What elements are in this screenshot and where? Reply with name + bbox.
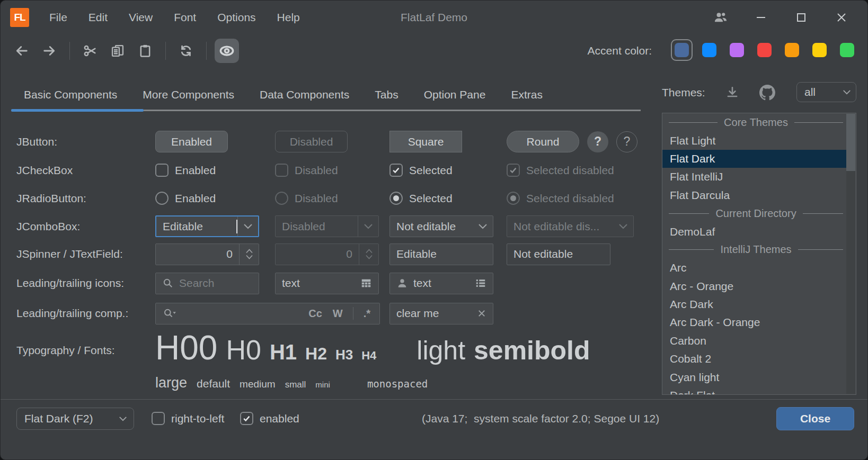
users-icon[interactable] <box>708 5 733 30</box>
combobox-editable[interactable]: Editable <box>155 215 259 237</box>
refresh-icon[interactable] <box>174 39 198 63</box>
text-field-with-table-icon[interactable]: text <box>275 273 379 294</box>
radio-circle-selected[interactable] <box>389 192 403 205</box>
textfield-editable[interactable]: Editable <box>389 243 493 265</box>
textfield-value[interactable]: text <box>282 277 355 290</box>
themes-filter-combo[interactable]: all <box>796 82 856 102</box>
menu-font[interactable]: Font <box>163 1 207 34</box>
theme-item-flat-intellij[interactable]: Flat IntelliJ <box>662 168 846 186</box>
jradiobutton-label: JRadioButton: <box>16 192 155 205</box>
accent-swatch-1[interactable] <box>675 43 689 57</box>
theme-item-demolaf[interactable]: DemoLaf <box>662 222 846 240</box>
theme-item-cyan-light[interactable]: Cyan light <box>662 368 846 386</box>
menu-edit[interactable]: Edit <box>78 1 118 34</box>
square-button[interactable]: Square <box>389 131 462 152</box>
tab-more-components[interactable]: More Components <box>130 80 247 110</box>
maximize-button[interactable] <box>789 5 813 30</box>
help-button-outlined[interactable]: ? <box>616 131 637 152</box>
themes-scrollbar-thumb[interactable] <box>846 114 855 171</box>
spinner-arrows[interactable] <box>240 249 259 259</box>
menu-file[interactable]: File <box>39 1 78 34</box>
combobox-not-editable[interactable]: Not editable <box>389 215 493 237</box>
tab-data-components[interactable]: Data Components <box>247 80 362 110</box>
tab-basic-components[interactable]: Basic Components <box>11 80 130 110</box>
eye-toggle-button[interactable] <box>215 39 239 63</box>
theme-item-flat-darcula[interactable]: Flat Darcula <box>662 186 846 204</box>
github-icon[interactable] <box>759 85 775 101</box>
table-icon[interactable] <box>360 277 372 289</box>
chevron-down-icon[interactable] <box>473 223 493 229</box>
download-icon[interactable] <box>725 86 739 100</box>
accent-swatch-3[interactable] <box>730 43 744 57</box>
forward-arrow-icon[interactable] <box>37 39 61 63</box>
theme-item-arc-dark-orange[interactable]: Arc Dark - Orange <box>662 313 846 331</box>
chevron-down-icon[interactable] <box>238 223 258 229</box>
menu-options[interactable]: Options <box>207 1 266 34</box>
checkbox-box[interactable] <box>155 164 169 177</box>
spinner-enabled[interactable]: 0 <box>155 243 259 265</box>
theme-item-carbon[interactable]: Carbon <box>662 332 846 350</box>
checkbox-box[interactable] <box>152 412 165 425</box>
theme-item-arc-dark[interactable]: Arc Dark <box>662 295 846 313</box>
help-button-filled[interactable]: ? <box>587 131 608 152</box>
text-field-with-person-icon[interactable]: text <box>389 273 493 294</box>
close-button[interactable]: Close <box>776 407 854 430</box>
textfield-not-editable: Not editable <box>507 243 610 265</box>
accent-swatch-2[interactable] <box>702 43 716 57</box>
search-field[interactable]: Search <box>155 273 259 294</box>
accent-swatch-4[interactable] <box>757 43 772 57</box>
accent-swatch-7[interactable] <box>840 43 854 57</box>
checkbox-box-checked[interactable] <box>389 164 403 177</box>
match-case-button[interactable]: Cc <box>306 308 325 320</box>
radio-circle[interactable] <box>155 192 169 205</box>
back-arrow-icon[interactable] <box>10 39 34 63</box>
whole-word-button[interactable]: W <box>330 308 346 320</box>
themes-filter-value: all <box>797 86 838 98</box>
search-placeholder[interactable]: Search <box>179 277 252 290</box>
accent-swatch-6[interactable] <box>812 43 827 57</box>
radio-enabled[interactable]: Enabled <box>155 192 216 205</box>
textfield-value[interactable]: Editable <box>396 248 486 260</box>
regex-button[interactable]: .* <box>361 308 373 320</box>
tabs: Basic ComponentsMore ComponentsData Comp… <box>11 80 647 110</box>
cut-icon[interactable] <box>78 39 102 63</box>
tab-tabs[interactable]: Tabs <box>362 80 411 110</box>
checkbox-box-checked[interactable] <box>240 412 253 425</box>
paste-icon[interactable] <box>133 39 157 63</box>
search-menu-icon[interactable] <box>162 308 177 319</box>
radio-selected[interactable]: Selected <box>389 192 453 205</box>
theme-item-arc-orange[interactable]: Arc - Orange <box>662 277 846 295</box>
spinner-value[interactable]: 0 <box>156 248 239 260</box>
theme-item-arc[interactable]: Arc <box>662 259 846 277</box>
tab-option-pane[interactable]: Option Pane <box>411 80 499 110</box>
minimize-button[interactable] <box>749 5 773 30</box>
clearable-field[interactable]: clear me <box>389 303 493 324</box>
textfield-value[interactable]: clear me <box>396 307 472 320</box>
theme-item-flat-light[interactable]: Flat Light <box>662 131 846 149</box>
theme-item-flat-dark[interactable]: Flat Dark <box>662 150 846 168</box>
themes-label: Themes: <box>662 86 705 99</box>
right-to-left-checkbox[interactable]: right-to-left <box>152 412 224 425</box>
textfield-value[interactable]: text <box>413 277 470 290</box>
enabled-button[interactable]: Enabled <box>155 131 228 152</box>
search-field-with-options[interactable]: CcW.* <box>155 303 380 324</box>
tab-extras[interactable]: Extras <box>498 80 555 110</box>
menu-view[interactable]: View <box>118 1 163 34</box>
clear-x-icon[interactable] <box>477 309 486 318</box>
enabled-checkbox[interactable]: enabled <box>240 412 299 425</box>
list-icon[interactable] <box>475 277 486 289</box>
checkbox-enabled[interactable]: Enabled <box>155 164 216 177</box>
look-and-feel-combo[interactable]: Flat Dark (F2) <box>16 408 134 430</box>
menu-help[interactable]: Help <box>267 1 311 34</box>
theme-item-cobalt-2[interactable]: Cobalt 2 <box>662 350 846 368</box>
copy-icon[interactable] <box>105 39 130 63</box>
round-button[interactable]: Round <box>507 131 579 152</box>
checkbox-selected[interactable]: Selected <box>389 164 453 177</box>
theme-item-dark-flat[interactable]: Dark Flat <box>662 386 846 395</box>
accent-swatch-5[interactable] <box>785 43 799 57</box>
textfield-value: Not editable <box>513 248 604 260</box>
themes-scrollbar[interactable] <box>846 114 855 394</box>
radio-label: Selected <box>409 192 453 205</box>
close-window-button[interactable] <box>829 5 854 30</box>
themes-list[interactable]: Core ThemesFlat LightFlat DarkFlat Intel… <box>662 113 856 395</box>
